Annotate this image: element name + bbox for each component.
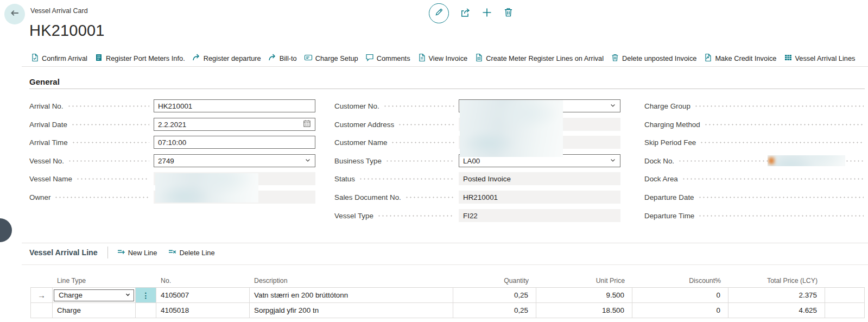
vessel-no-input[interactable]: 2749	[154, 154, 315, 167]
ellipsis-icon: ⋮	[142, 291, 150, 300]
page-title: HK210001	[29, 22, 105, 40]
no-cell[interactable]: 4105018	[156, 303, 250, 318]
total-price-cell[interactable]: 2.375	[728, 288, 825, 303]
header-ellipsis-col	[136, 274, 156, 288]
field-owner: Owner	[29, 191, 315, 204]
part-title[interactable]: Vessel Arrival Line	[29, 248, 98, 257]
arrival-no-input[interactable]: HK210001	[154, 99, 315, 112]
calendar-icon[interactable]	[303, 119, 311, 129]
field-skip-period-fee: Skip Period Fee	[644, 136, 868, 149]
share-icon	[460, 7, 471, 20]
vessel-arrival-line-header: Vessel Arrival Line New Line Delete Line	[29, 245, 215, 260]
page-caption: Vessel Arrival Card	[30, 7, 88, 15]
field-departure-date: Departure Date 3.2.2021	[644, 191, 868, 204]
action-delete-unposted-invoice[interactable]: Delete unposted Invoice	[611, 53, 696, 64]
credit-document-icon	[704, 53, 712, 64]
total-price-cell[interactable]: 4.625	[728, 303, 825, 318]
edit-button[interactable]	[429, 3, 449, 23]
chevron-down-icon[interactable]	[305, 157, 311, 165]
col-header-no[interactable]: No.	[156, 274, 250, 288]
quantity-cell[interactable]: 0,25	[453, 288, 536, 303]
line-type-cell: Charge	[53, 288, 136, 303]
action-confirm-arrival[interactable]: Confirm Arrival	[30, 53, 87, 64]
status-field: Posted Invoice	[459, 172, 620, 185]
field-customer-no: Customer No.	[334, 99, 620, 112]
unit-price-cell[interactable]: 9.500	[536, 288, 632, 303]
chevron-down-icon[interactable]	[610, 102, 616, 110]
curved-arrow-icon	[268, 53, 277, 64]
field-customer-name: Customer Name	[334, 136, 620, 149]
tail-cell	[825, 288, 865, 303]
line-type-select[interactable]: Charge	[54, 289, 134, 301]
row-options-button[interactable]: ⋮	[136, 288, 156, 303]
general-section-rule	[29, 89, 865, 89]
field-vessel-type: Vessel Type FI22	[334, 209, 620, 222]
action-bill-to[interactable]: Bill-to	[268, 53, 297, 64]
action-comments[interactable]: Comments	[365, 53, 410, 64]
line-type-cell[interactable]: Charge	[53, 303, 136, 318]
discount-cell[interactable]: 0	[632, 288, 728, 303]
action-make-credit-invoice[interactable]: Make Credit Invoice	[704, 53, 776, 64]
action-vessel-arrival-lines[interactable]: Vessel Arrival Lines	[784, 53, 856, 64]
new-line-icon	[117, 248, 125, 258]
new-line-button[interactable]: New Line	[117, 248, 157, 258]
delete-button[interactable]	[503, 7, 514, 20]
arrival-date-input[interactable]: 2.2.2021	[154, 118, 315, 131]
row-options-cell[interactable]	[136, 303, 156, 318]
action-create-meter-register-lines[interactable]: Create Meter Register Lines on Arrival	[474, 53, 604, 64]
col-header-description[interactable]: Description	[250, 274, 453, 288]
vessel-type-field: FI22	[459, 209, 620, 222]
new-button[interactable]	[481, 7, 492, 20]
part-bottom-divider	[22, 264, 868, 265]
col-header-total-price[interactable]: Total Price (LCY)	[728, 274, 825, 288]
col-header-quantity[interactable]: Quantity	[453, 274, 536, 288]
col-header-unit-price[interactable]: Unit Price	[536, 274, 632, 288]
current-row-arrow-icon: →	[37, 291, 46, 299]
business-type-input[interactable]: LA00	[459, 154, 620, 167]
description-cell[interactable]: Sorpgjald yfir 200 tn	[250, 303, 453, 318]
row-selector[interactable]	[30, 303, 53, 318]
quantity-cell[interactable]: 0,25	[453, 303, 536, 318]
arrival-time-input[interactable]: 07:10:00	[154, 136, 315, 149]
delete-line-button[interactable]: Delete Line	[168, 248, 214, 258]
sales-document-no-field: HR210001	[459, 191, 620, 204]
row-selector[interactable]: →	[30, 288, 53, 303]
card-icon	[304, 53, 313, 64]
col-header-line-type[interactable]: Line Type	[53, 274, 136, 288]
action-bar-divider	[22, 66, 868, 67]
action-register-departure[interactable]: Register departure	[192, 53, 261, 64]
vessel-type-drilldown[interactable]: FI22	[463, 212, 478, 220]
no-cell[interactable]: 4105007	[156, 288, 250, 303]
part-top-divider	[22, 243, 868, 243]
side-panel-handle[interactable]	[0, 218, 12, 242]
grid-icon	[784, 53, 793, 64]
field-sales-document-no: Sales Document No. HR210001	[334, 191, 620, 204]
field-arrival-no: Arrival No. HK210001	[29, 99, 315, 112]
discount-cell[interactable]: 0	[632, 303, 728, 318]
customer-no-input[interactable]	[459, 99, 620, 112]
header-tail-col	[825, 274, 865, 288]
field-dock-no: Dock No.	[644, 154, 868, 167]
action-charge-setup[interactable]: Charge Setup	[304, 53, 358, 64]
plus-icon	[481, 7, 492, 20]
col-header-discount[interactable]: Discount%	[632, 274, 728, 288]
action-bar: Confirm Arrival Register Port Meters Inf…	[30, 50, 865, 66]
page-toolbar	[429, 3, 514, 23]
share-button[interactable]	[460, 7, 471, 20]
action-register-port-meters[interactable]: Register Port Meters Info.	[94, 53, 185, 64]
unit-price-cell[interactable]: 18.500	[536, 303, 632, 318]
field-charge-group: Charge Group KOMA	[644, 99, 868, 112]
chevron-down-icon[interactable]	[610, 157, 616, 165]
pencil-icon	[434, 8, 443, 19]
tail-cell	[825, 303, 865, 318]
field-departure-time: Departure Time 13:00:00	[644, 209, 868, 222]
customer-address-field	[459, 118, 620, 131]
back-button[interactable]	[4, 4, 25, 24]
field-status: Status Posted Invoice	[334, 172, 620, 185]
general-section-heading[interactable]: General	[29, 77, 60, 86]
action-view-invoice[interactable]: View Invoice	[417, 53, 468, 64]
field-business-type: Business Type LA00	[334, 154, 620, 167]
field-vessel-no: Vessel No. 2749	[29, 154, 315, 167]
vessel-arrival-lines-table: Line Type No. Description Quantity Unit …	[30, 274, 865, 318]
description-cell[interactable]: Vatn stærri en 200 brúttótonn	[250, 288, 453, 303]
